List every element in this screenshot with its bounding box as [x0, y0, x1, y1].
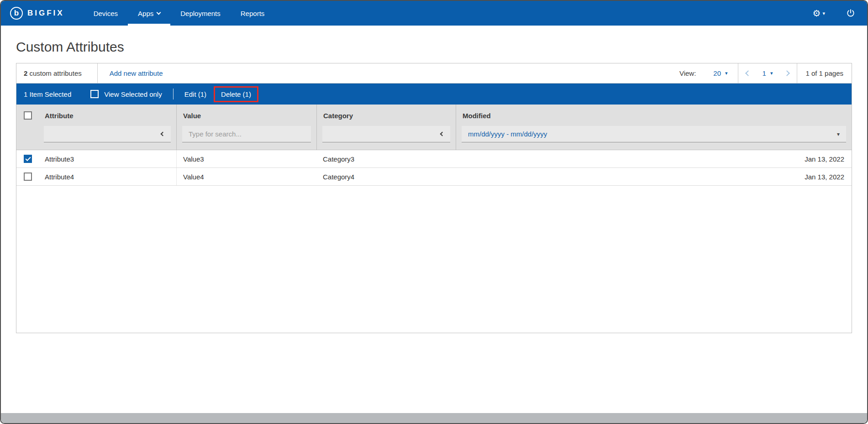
delete-annotation-box: Delete (1) — [214, 86, 258, 102]
page-size-value: 20 — [713, 69, 721, 77]
selected-count-label: 1 Item Selected — [16, 90, 71, 98]
add-new-attribute-link[interactable]: Add new attribute — [98, 69, 163, 77]
view-selected-checkbox[interactable] — [90, 90, 99, 98]
modified-filter-cell: mm/dd/yyyy - mm/dd/yyyy ▾ — [456, 125, 852, 150]
nav-item-reports[interactable]: Reports — [231, 1, 275, 26]
page-number-select[interactable]: 1 ▾ — [758, 69, 778, 77]
value-cell: Value3 — [176, 150, 316, 168]
page-number-value: 1 — [763, 69, 766, 77]
chevron-left-icon — [161, 132, 165, 136]
row-checkbox[interactable] — [24, 155, 32, 163]
category-filter-select[interactable] — [322, 126, 450, 142]
chevron-down-icon — [157, 10, 161, 15]
value-cell: Value4 — [176, 168, 316, 185]
edit-button[interactable]: Edit (1) — [184, 90, 206, 98]
value-search-input[interactable] — [182, 126, 311, 142]
attribute-filter-select[interactable] — [44, 126, 171, 142]
column-header-attribute: Attribute — [38, 105, 176, 125]
app-window: b BIGFIX Devices Apps Deployments Report… — [0, 0, 868, 424]
nav-item-label: Deployments — [180, 10, 221, 17]
bigfix-logo-icon: b — [10, 7, 23, 20]
column-attribute: Attribute — [38, 105, 176, 150]
nav-item-deployments[interactable]: Deployments — [170, 1, 231, 26]
category-filter-cell — [317, 125, 456, 150]
settings-caret-icon[interactable]: ▾ — [822, 10, 825, 16]
page-title: Custom Attributes — [16, 39, 852, 55]
bigfix-logo[interactable]: b BIGFIX — [10, 7, 64, 20]
panel-empty-area — [16, 186, 852, 333]
value-filter-cell — [177, 125, 316, 150]
top-nav: b BIGFIX Devices Apps Deployments Report… — [1, 1, 867, 26]
column-header-modified: Modified — [456, 105, 852, 125]
attribute-cell: Attribute4 — [38, 173, 176, 181]
panel-toolbar: 2 custom attributes Add new attribute Vi… — [16, 63, 852, 84]
selection-bar: 1 Item Selected View Selected only Edit … — [16, 84, 852, 105]
pages-indicator: 1 of 1 pages — [797, 69, 852, 77]
nav-item-apps[interactable]: Apps — [128, 1, 170, 26]
page-size-select[interactable]: 20 ▾ — [703, 69, 737, 77]
main-content: Custom Attributes 2 custom attributes Ad… — [1, 26, 867, 413]
power-icon[interactable] — [846, 9, 855, 18]
custom-attributes-panel: 2 custom attributes Add new attribute Vi… — [16, 63, 852, 333]
attribute-count-text: custom attributes — [27, 69, 81, 77]
caret-down-icon: ▾ — [725, 70, 728, 76]
select-all-checkbox[interactable] — [24, 111, 32, 120]
table-row: Attribute3 Value3 Category3 Jan 13, 2022 — [16, 150, 852, 168]
column-header-category: Category — [317, 105, 456, 125]
attribute-count: 2 custom attributes — [16, 69, 97, 77]
view-label: View: — [679, 69, 696, 77]
caret-down-icon: ▾ — [837, 131, 840, 137]
pagination-next-button[interactable] — [777, 63, 797, 83]
settings-gear-icon[interactable]: ⚙ — [813, 9, 821, 18]
modified-cell: Jan 13, 2022 — [456, 173, 852, 181]
view-selected-label[interactable]: View Selected only — [104, 90, 162, 98]
category-cell: Category3 — [316, 155, 456, 163]
select-all-cell — [16, 105, 38, 150]
category-cell: Category4 — [316, 173, 456, 181]
table-row: Attribute4 Value4 Category4 Jan 13, 2022 — [16, 168, 852, 186]
table-header: Attribute Value Category — [16, 105, 852, 150]
caret-down-icon: ▾ — [770, 70, 773, 76]
row-checkbox-cell — [16, 155, 38, 163]
chevron-right-icon — [784, 70, 790, 76]
modified-cell: Jan 13, 2022 — [456, 155, 852, 163]
nav-items: Devices Apps Deployments Reports — [84, 1, 275, 26]
attribute-cell: Attribute3 — [38, 155, 176, 163]
selection-bar-divider — [173, 89, 174, 99]
date-range-value: mm/dd/yyyy - mm/dd/yyyy — [468, 130, 547, 138]
nav-item-label: Apps — [138, 10, 153, 17]
window-bottom-edge — [1, 413, 867, 423]
row-checkbox[interactable] — [24, 173, 32, 181]
column-category: Category — [316, 105, 456, 150]
column-header-value: Value — [177, 105, 316, 125]
toolbar-right: View: 20 ▾ 1 ▾ — [679, 63, 852, 83]
nav-item-label: Devices — [94, 10, 118, 17]
nav-right: ⚙ ▾ — [813, 9, 855, 18]
row-checkbox-cell — [16, 173, 38, 181]
pagination-prev-button[interactable] — [738, 63, 758, 83]
nav-item-devices[interactable]: Devices — [84, 1, 128, 26]
nav-item-label: Reports — [241, 10, 265, 17]
chevron-left-icon — [440, 132, 445, 136]
modified-date-range-picker[interactable]: mm/dd/yyyy - mm/dd/yyyy ▾ — [462, 126, 846, 142]
chevron-left-icon — [745, 70, 751, 76]
delete-button[interactable]: Delete (1) — [221, 90, 251, 98]
brand-text: BIGFIX — [27, 9, 64, 18]
column-modified: Modified mm/dd/yyyy - mm/dd/yyyy ▾ — [456, 105, 852, 150]
column-value: Value — [176, 105, 316, 150]
attribute-filter-cell — [38, 125, 176, 150]
